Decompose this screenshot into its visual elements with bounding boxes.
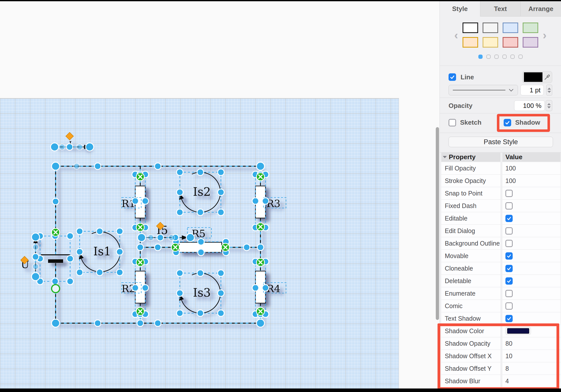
style-preset-swatch-5[interactable] (463, 37, 478, 48)
selection-handle[interactable] (252, 285, 259, 291)
property-checkbox-3[interactable] (505, 202, 513, 210)
selection-handle[interactable] (96, 228, 103, 235)
selection-handle[interactable] (148, 235, 154, 241)
property-value-8[interactable] (502, 262, 560, 274)
selection-handle[interactable] (252, 198, 259, 204)
selection-handle[interactable] (218, 189, 224, 195)
selection-handle[interactable] (177, 209, 183, 216)
connection-point[interactable] (136, 223, 144, 231)
connection-point[interactable] (256, 307, 264, 315)
style-preset-swatch-7[interactable] (503, 37, 518, 48)
selection-handle[interactable] (218, 310, 224, 316)
property-value-2[interactable] (502, 187, 560, 199)
selection-handle[interactable] (32, 254, 39, 260)
tab-style[interactable]: Style (440, 1, 480, 17)
stepper-up-icon[interactable] (547, 103, 551, 105)
property-value-5[interactable] (502, 225, 560, 237)
selection-handle[interactable] (177, 169, 183, 175)
property-checkbox-6[interactable] (505, 240, 513, 247)
selection-handle[interactable] (116, 269, 123, 276)
property-checkbox-5[interactable] (505, 227, 513, 235)
connection-point[interactable] (136, 307, 144, 315)
connection-point[interactable] (256, 173, 264, 181)
circuit-diagram[interactable]: Is1Is2Is3R1R2R3R4R5UI5I (0, 98, 399, 389)
label-handle-diamond[interactable] (66, 132, 73, 140)
property-value-3[interactable] (502, 200, 560, 212)
selection-handle[interactable] (243, 244, 250, 251)
selection-handle[interactable] (198, 239, 204, 245)
opacity-stepper[interactable] (546, 100, 552, 111)
selection-handle[interactable] (76, 269, 83, 276)
selection-handle[interactable] (197, 310, 204, 316)
stepper-down-icon[interactable] (547, 91, 551, 93)
line-width-stepper[interactable] (546, 85, 552, 96)
selection-handle[interactable] (256, 319, 264, 327)
selection-handle[interactable] (262, 198, 269, 204)
line-width-input[interactable]: 1 pt (520, 85, 544, 95)
selection-handle[interactable] (142, 285, 149, 291)
pager-dot-1[interactable] (478, 55, 483, 59)
selection-handle[interactable] (137, 234, 146, 242)
selection-handle[interactable] (132, 198, 138, 204)
selection-handle[interactable] (67, 278, 73, 285)
selection-handle[interactable] (52, 162, 60, 170)
property-checkbox-11[interactable] (505, 302, 513, 310)
selection-handle[interactable] (197, 270, 204, 276)
property-value-4[interactable] (502, 212, 560, 224)
property-value-0[interactable]: 100 (502, 162, 560, 174)
property-value-1[interactable]: 100 (502, 175, 560, 187)
selection-handle[interactable] (33, 244, 39, 250)
selection-handle[interactable] (197, 169, 204, 175)
selection-handle[interactable] (116, 228, 123, 235)
selection-handle[interactable] (177, 310, 183, 316)
selection-handle[interactable] (142, 198, 149, 204)
selection-handle[interactable] (33, 264, 39, 270)
style-preset-swatch-6[interactable] (483, 37, 498, 48)
tab-arrange[interactable]: Arrange (520, 1, 561, 17)
style-preset-swatch-4[interactable] (523, 23, 538, 33)
selection-handle[interactable] (86, 143, 94, 151)
selection-handle[interactable] (52, 319, 60, 327)
property-value-7[interactable] (502, 250, 560, 262)
selection-handle[interactable] (76, 249, 83, 255)
selection-handle[interactable] (218, 290, 224, 296)
collapse-triangle-icon[interactable] (443, 156, 447, 158)
selection-handle[interactable] (94, 163, 101, 169)
connection-point[interactable] (256, 258, 264, 266)
diagram-canvas[interactable]: Is1Is2Is3R1R2R3R4R5UI5I (0, 98, 399, 389)
property-checkbox-2[interactable] (505, 190, 513, 197)
selection-handle[interactable] (155, 244, 161, 251)
selection-handle[interactable] (186, 234, 194, 242)
property-value-12[interactable] (502, 312, 560, 324)
property-checkbox-8[interactable] (505, 265, 513, 272)
selection-handle[interactable] (67, 256, 73, 262)
selection-handle[interactable] (59, 144, 65, 150)
selection-handle[interactable] (218, 169, 224, 175)
selection-handle[interactable] (169, 235, 175, 241)
property-value-11[interactable] (502, 300, 560, 312)
connection-point[interactable] (256, 223, 264, 231)
selection-handle[interactable] (74, 163, 80, 169)
connection-point[interactable] (221, 243, 229, 251)
pager-dot-6[interactable] (518, 55, 523, 59)
vertical-scrollbar[interactable] (436, 127, 439, 320)
opacity-input[interactable]: 100 % (514, 100, 545, 111)
selection-handle[interactable] (177, 189, 183, 195)
selection-handle[interactable] (177, 290, 183, 296)
line-checkbox[interactable] (449, 73, 456, 81)
style-preset-swatch-8[interactable] (523, 37, 538, 48)
property-value-6[interactable] (502, 237, 560, 249)
connection-point[interactable] (136, 258, 144, 266)
selection-handle[interactable] (218, 209, 224, 216)
selection-handle[interactable] (52, 198, 59, 205)
property-value-9[interactable] (502, 275, 560, 287)
selection-handle[interactable] (52, 278, 58, 285)
presets-prev-icon[interactable]: ‹ (454, 30, 458, 40)
line-color-button[interactable] (522, 71, 552, 83)
selection-handle[interactable] (32, 273, 40, 281)
pager-dot-4[interactable] (502, 55, 507, 59)
selection-handle[interactable] (137, 244, 144, 251)
pager-dot-3[interactable] (494, 55, 499, 59)
selection-handle[interactable] (94, 320, 101, 326)
sketch-checkbox[interactable] (449, 119, 456, 126)
